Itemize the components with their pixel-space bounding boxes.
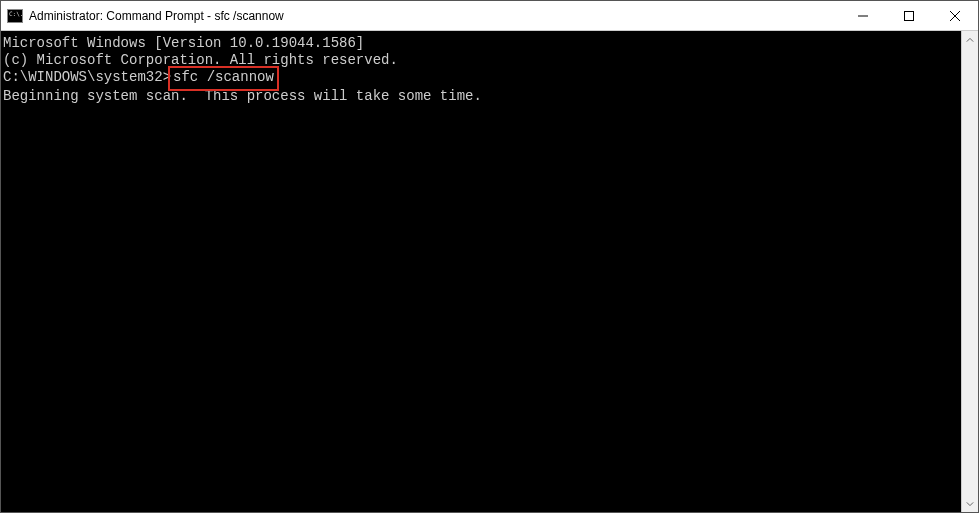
terminal-container: Microsoft Windows [Version 10.0.19044.15… xyxy=(1,31,978,512)
cmd-icon-text: C:\. xyxy=(9,11,23,17)
terminal-output[interactable]: Microsoft Windows [Version 10.0.19044.15… xyxy=(1,31,961,512)
scroll-down-button[interactable] xyxy=(962,495,978,512)
maximize-icon xyxy=(904,11,914,21)
close-icon xyxy=(950,11,960,21)
scroll-up-button[interactable] xyxy=(962,31,978,48)
maximize-button[interactable] xyxy=(886,1,932,30)
vertical-scrollbar[interactable] xyxy=(961,31,978,512)
prompt-path: C:\WINDOWS\system32> xyxy=(3,69,171,85)
minimize-icon xyxy=(858,11,868,21)
command-prompt-window: C:\. Administrator: Command Prompt - sfc… xyxy=(0,0,979,513)
output-line: (c) Microsoft Corporation. All rights re… xyxy=(3,52,959,69)
chevron-up-icon xyxy=(966,36,974,44)
window-controls xyxy=(840,1,978,30)
window-title: Administrator: Command Prompt - sfc /sca… xyxy=(29,9,840,23)
scrollbar-track[interactable] xyxy=(962,48,978,495)
output-line: Beginning system scan. This process will… xyxy=(3,88,959,105)
output-line: Microsoft Windows [Version 10.0.19044.15… xyxy=(3,35,959,52)
prompt-line: C:\WINDOWS\system32>sfc /scannow xyxy=(3,69,959,88)
title-bar: C:\. Administrator: Command Prompt - sfc… xyxy=(1,1,978,31)
command-highlight: sfc /scannow xyxy=(168,66,279,91)
chevron-down-icon xyxy=(966,500,974,508)
minimize-button[interactable] xyxy=(840,1,886,30)
close-button[interactable] xyxy=(932,1,978,30)
command-text: sfc /scannow xyxy=(173,69,274,85)
svg-rect-1 xyxy=(905,11,914,20)
cmd-icon: C:\. xyxy=(7,9,23,23)
